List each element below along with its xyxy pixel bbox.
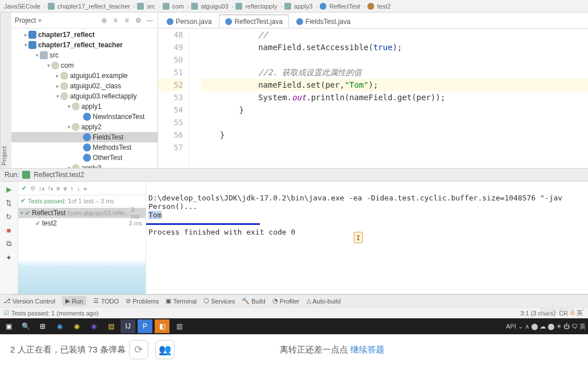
tree-item[interactable]: ▾apply3 xyxy=(11,163,158,168)
folder-icon xyxy=(137,3,144,10)
system-tray[interactable]: API ⌄ ∧ ⬤ ☁ ⬤ ☀ ⏻ 🗨 英 xyxy=(506,322,588,331)
cls-icon xyxy=(83,113,91,121)
tree-label: com xyxy=(61,61,74,69)
pass-icon: ✔ xyxy=(35,220,40,227)
tool-profiler[interactable]: ◔ Profiler xyxy=(272,297,300,305)
layout-icon[interactable]: ⧉ xyxy=(4,239,14,249)
toggle-icon[interactable]: ⇅ xyxy=(4,198,14,208)
stop-icon[interactable]: ■ xyxy=(4,225,14,235)
explorer-icon[interactable]: ▤ xyxy=(103,319,118,333)
tool-problems[interactable]: ⊘ Problems xyxy=(126,297,159,305)
expand-icon[interactable]: ≡ xyxy=(111,16,120,25)
tree-item[interactable]: ▾chapter17_reflect_teacher xyxy=(11,40,158,50)
fail-icon[interactable]: ⊘ xyxy=(30,184,35,192)
pkg-icon xyxy=(72,123,80,131)
tool-version-control[interactable]: ⎇ Version Control xyxy=(3,297,55,305)
next-icon[interactable]: ↓ xyxy=(77,185,80,192)
tree-item[interactable]: ▾apply2 xyxy=(11,122,158,132)
tool-run[interactable]: ▶ Run xyxy=(62,296,86,306)
sort-icon[interactable]: ↑₂ xyxy=(48,184,53,192)
settings-icon[interactable]: ⚙ xyxy=(134,16,143,25)
tree-label: apply2 xyxy=(81,123,101,131)
test-suite-row[interactable]: ▾ ✔ ReflectTest (com.atguigu03.refle… 3 … xyxy=(18,208,146,218)
start-icon[interactable]: ▣ xyxy=(1,319,16,333)
chevron-icon: ▾ xyxy=(23,42,28,48)
side-tab-project[interactable]: Project xyxy=(0,13,11,168)
test-tree[interactable]: ▾ ✔ ReflectTest (com.atguigu03.refle… 3 … xyxy=(18,207,146,294)
tool-services[interactable]: ⬡ Services xyxy=(204,297,235,305)
src-icon xyxy=(40,51,48,59)
tree-item[interactable]: ▸atguigu02._class xyxy=(11,81,158,91)
tree-item[interactable]: OtherTest xyxy=(11,153,158,163)
tree-item[interactable]: FieldsTest xyxy=(11,132,158,142)
chrome-icon[interactable]: ◉ xyxy=(69,319,84,333)
run-config-name[interactable]: ReflectTest.test2 xyxy=(34,171,84,179)
memory-chart xyxy=(18,260,146,294)
locate-icon[interactable]: ⊕ xyxy=(100,16,109,25)
edge-icon[interactable]: ◉ xyxy=(52,319,67,333)
tree-label: chapter17_reflect xyxy=(38,31,94,39)
prev-icon[interactable]: ↑ xyxy=(71,185,74,192)
tree-item[interactable]: ▸atguigu01.example xyxy=(11,71,158,81)
sort-icon[interactable]: ↓₂ xyxy=(39,184,44,192)
console-line: Person()... xyxy=(148,202,197,211)
tests-passed-detail: of 1 test – 3 ms xyxy=(71,198,114,204)
cls-icon xyxy=(83,133,91,141)
app-icon[interactable]: ◉ xyxy=(86,319,101,333)
collapse-icon[interactable]: ≡ xyxy=(122,16,131,25)
console-output[interactable]: D:\develop_tools\JDK\jdk-17.0.2\bin\java… xyxy=(146,182,588,294)
taskview-icon[interactable]: ⊞ xyxy=(35,319,50,333)
expand-all-icon[interactable]: ≡ xyxy=(56,185,60,192)
tree-item[interactable]: ▾src xyxy=(11,50,158,60)
tree-item[interactable]: NewInstanceTest xyxy=(11,112,158,122)
tree-label: NewInstanceTest xyxy=(93,113,144,121)
tree-label: apply3 xyxy=(81,164,101,168)
collapse-all-icon[interactable]: ≡ xyxy=(63,185,67,192)
code-area[interactable]: 48495051525354555657 // nameField.setAcc… xyxy=(158,28,588,168)
search-icon[interactable]: 🔍 xyxy=(18,319,33,333)
project-tree[interactable]: ▸chapter17_reflect▾chapter17_reflect_tea… xyxy=(11,28,158,168)
rerun-failed-icon[interactable]: ↻ xyxy=(4,211,14,222)
tool-build[interactable]: 🔨 Build xyxy=(242,297,265,305)
tests-passed-label: Tests passed: 1 xyxy=(28,198,71,204)
overlay-people-icon[interactable]: 👥 xyxy=(155,340,175,359)
editor-tab[interactable]: Person.java xyxy=(160,14,218,28)
os-taskbar[interactable]: ▣ 🔍 ⊞ ◉ ◉ ◉ ▤ IJ P ◧ ▥ API ⌄ ∧ ⬤ ☁ ⬤ ☀ ⏻… xyxy=(0,318,588,334)
tree-label: atguigu03.reflectapply xyxy=(70,92,136,100)
tool-todo[interactable]: ☰ TODO xyxy=(93,297,119,305)
app-icon[interactable]: ▥ xyxy=(172,319,187,333)
tree-item[interactable]: ▾apply1 xyxy=(11,101,158,112)
pass-icon: ✔ xyxy=(25,210,30,217)
app-icon[interactable]: ◧ xyxy=(155,319,169,333)
tree-item[interactable]: ▾atguigu03.reflectapply xyxy=(11,91,158,101)
chevron-icon: ▾ xyxy=(45,63,51,68)
run-panel: ▶ ⇅ ↻ ■ ⧉ ✦ ✔ ⊘ ↓₂ ↑₂ ≡ ≡ ↑ ↓ » ✔ Tests … xyxy=(0,182,588,294)
tool-terminal[interactable]: ▣ Terminal xyxy=(165,297,197,305)
app-icon[interactable]: P xyxy=(138,319,152,333)
test-case-row[interactable]: ✔ test2 3 ms xyxy=(18,218,146,228)
dropdown-icon[interactable]: ▾ xyxy=(38,17,42,24)
overlay-mid-text: 离转正还差一点点 xyxy=(280,345,348,355)
check-icon[interactable]: ✔ xyxy=(22,184,27,192)
module-icon xyxy=(28,41,36,49)
console-line: D:\develop_tools\JDK\jdk-17.0.2\bin\java… xyxy=(148,194,562,202)
status-bar: ☑ Tests passed: 1 (moments ago) 3:1 (3 c… xyxy=(0,307,588,318)
editor-tab[interactable]: FieldsTest.java xyxy=(290,14,357,28)
overlay-link[interactable]: 继续答题 xyxy=(350,345,384,355)
tree-item[interactable]: MethodsTest xyxy=(11,142,158,153)
chevron-icon: ▾ xyxy=(66,104,72,109)
tree-item[interactable]: ▾com xyxy=(11,60,158,71)
overlay-refresh-icon[interactable]: ⟳ xyxy=(129,340,148,359)
tab-label: ReflectTest.java xyxy=(234,18,283,26)
rerun-icon[interactable]: ▶ xyxy=(4,184,14,194)
editor-tab[interactable]: ReflectTest.java xyxy=(219,14,289,28)
more-icon[interactable]: » xyxy=(84,185,87,192)
module-icon xyxy=(48,3,55,10)
test-toolbar: ✔ ⊘ ↓₂ ↑₂ ≡ ≡ ↑ ↓ » xyxy=(18,182,146,195)
tool-autobuild[interactable]: △ Auto-build xyxy=(307,297,341,305)
code-lines[interactable]: // nameField.setAccessible(true); //2. 获… xyxy=(189,28,588,168)
intellij-icon[interactable]: IJ xyxy=(121,319,135,333)
tree-item[interactable]: ▸chapter17_reflect xyxy=(11,30,158,40)
hide-icon[interactable]: — xyxy=(145,16,154,25)
pin-icon[interactable]: ✦ xyxy=(4,252,14,263)
